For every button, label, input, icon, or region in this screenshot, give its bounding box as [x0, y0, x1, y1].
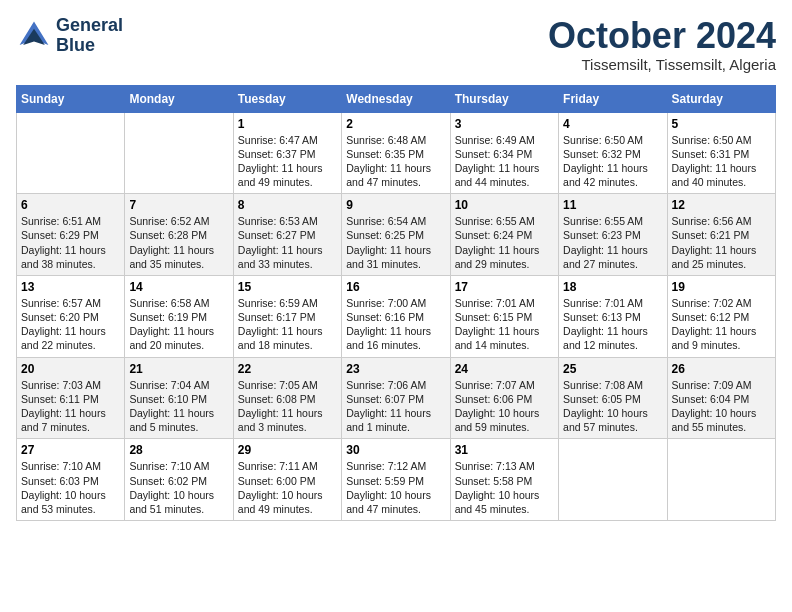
calendar-cell: 26Sunrise: 7:09 AM Sunset: 6:04 PM Dayli…: [667, 357, 775, 439]
day-info: Sunrise: 7:10 AM Sunset: 6:03 PM Dayligh…: [21, 459, 120, 516]
day-number: 18: [563, 280, 662, 294]
day-info: Sunrise: 6:59 AM Sunset: 6:17 PM Dayligh…: [238, 296, 337, 353]
day-info: Sunrise: 7:12 AM Sunset: 5:59 PM Dayligh…: [346, 459, 445, 516]
weekday-header: Wednesday: [342, 85, 450, 112]
day-number: 22: [238, 362, 337, 376]
calendar-week-row: 20Sunrise: 7:03 AM Sunset: 6:11 PM Dayli…: [17, 357, 776, 439]
calendar-cell: 28Sunrise: 7:10 AM Sunset: 6:02 PM Dayli…: [125, 439, 233, 521]
day-info: Sunrise: 6:56 AM Sunset: 6:21 PM Dayligh…: [672, 214, 771, 271]
day-number: 6: [21, 198, 120, 212]
calendar-cell: 19Sunrise: 7:02 AM Sunset: 6:12 PM Dayli…: [667, 275, 775, 357]
day-info: Sunrise: 7:07 AM Sunset: 6:06 PM Dayligh…: [455, 378, 554, 435]
day-info: Sunrise: 7:00 AM Sunset: 6:16 PM Dayligh…: [346, 296, 445, 353]
day-info: Sunrise: 7:11 AM Sunset: 6:00 PM Dayligh…: [238, 459, 337, 516]
day-number: 5: [672, 117, 771, 131]
calendar-cell: 22Sunrise: 7:05 AM Sunset: 6:08 PM Dayli…: [233, 357, 341, 439]
day-info: Sunrise: 7:05 AM Sunset: 6:08 PM Dayligh…: [238, 378, 337, 435]
day-info: Sunrise: 7:10 AM Sunset: 6:02 PM Dayligh…: [129, 459, 228, 516]
calendar-cell: 6Sunrise: 6:51 AM Sunset: 6:29 PM Daylig…: [17, 194, 125, 276]
day-number: 7: [129, 198, 228, 212]
day-info: Sunrise: 6:55 AM Sunset: 6:24 PM Dayligh…: [455, 214, 554, 271]
day-number: 17: [455, 280, 554, 294]
month-title: October 2024: [548, 16, 776, 56]
day-number: 4: [563, 117, 662, 131]
calendar-cell: 13Sunrise: 6:57 AM Sunset: 6:20 PM Dayli…: [17, 275, 125, 357]
day-info: Sunrise: 6:55 AM Sunset: 6:23 PM Dayligh…: [563, 214, 662, 271]
calendar-cell: 5Sunrise: 6:50 AM Sunset: 6:31 PM Daylig…: [667, 112, 775, 194]
day-info: Sunrise: 7:04 AM Sunset: 6:10 PM Dayligh…: [129, 378, 228, 435]
calendar-cell: 25Sunrise: 7:08 AM Sunset: 6:05 PM Dayli…: [559, 357, 667, 439]
day-info: Sunrise: 6:51 AM Sunset: 6:29 PM Dayligh…: [21, 214, 120, 271]
calendar-body: 1Sunrise: 6:47 AM Sunset: 6:37 PM Daylig…: [17, 112, 776, 520]
calendar-cell: 17Sunrise: 7:01 AM Sunset: 6:15 PM Dayli…: [450, 275, 558, 357]
location: Tissemsilt, Tissemsilt, Algeria: [548, 56, 776, 73]
day-number: 8: [238, 198, 337, 212]
logo: General Blue: [16, 16, 123, 56]
day-info: Sunrise: 6:50 AM Sunset: 6:32 PM Dayligh…: [563, 133, 662, 190]
calendar-week-row: 1Sunrise: 6:47 AM Sunset: 6:37 PM Daylig…: [17, 112, 776, 194]
calendar-cell: 7Sunrise: 6:52 AM Sunset: 6:28 PM Daylig…: [125, 194, 233, 276]
calendar-cell: 21Sunrise: 7:04 AM Sunset: 6:10 PM Dayli…: [125, 357, 233, 439]
day-number: 2: [346, 117, 445, 131]
weekday-header: Sunday: [17, 85, 125, 112]
calendar-cell: 30Sunrise: 7:12 AM Sunset: 5:59 PM Dayli…: [342, 439, 450, 521]
day-number: 13: [21, 280, 120, 294]
day-info: Sunrise: 6:50 AM Sunset: 6:31 PM Dayligh…: [672, 133, 771, 190]
calendar-cell: 20Sunrise: 7:03 AM Sunset: 6:11 PM Dayli…: [17, 357, 125, 439]
day-number: 28: [129, 443, 228, 457]
day-number: 27: [21, 443, 120, 457]
day-info: Sunrise: 7:03 AM Sunset: 6:11 PM Dayligh…: [21, 378, 120, 435]
day-number: 21: [129, 362, 228, 376]
weekday-header: Saturday: [667, 85, 775, 112]
day-info: Sunrise: 7:01 AM Sunset: 6:13 PM Dayligh…: [563, 296, 662, 353]
weekday-header: Tuesday: [233, 85, 341, 112]
day-info: Sunrise: 7:06 AM Sunset: 6:07 PM Dayligh…: [346, 378, 445, 435]
logo-text: General Blue: [56, 16, 123, 56]
day-info: Sunrise: 6:58 AM Sunset: 6:19 PM Dayligh…: [129, 296, 228, 353]
day-info: Sunrise: 6:54 AM Sunset: 6:25 PM Dayligh…: [346, 214, 445, 271]
day-number: 12: [672, 198, 771, 212]
day-number: 30: [346, 443, 445, 457]
day-number: 25: [563, 362, 662, 376]
calendar-cell: 11Sunrise: 6:55 AM Sunset: 6:23 PM Dayli…: [559, 194, 667, 276]
calendar-cell: 10Sunrise: 6:55 AM Sunset: 6:24 PM Dayli…: [450, 194, 558, 276]
calendar-cell: 18Sunrise: 7:01 AM Sunset: 6:13 PM Dayli…: [559, 275, 667, 357]
page-header: General Blue October 2024 Tissemsilt, Ti…: [16, 16, 776, 73]
calendar-cell: 16Sunrise: 7:00 AM Sunset: 6:16 PM Dayli…: [342, 275, 450, 357]
calendar-header: SundayMondayTuesdayWednesdayThursdayFrid…: [17, 85, 776, 112]
calendar-cell: 3Sunrise: 6:49 AM Sunset: 6:34 PM Daylig…: [450, 112, 558, 194]
day-info: Sunrise: 6:47 AM Sunset: 6:37 PM Dayligh…: [238, 133, 337, 190]
calendar-cell: 12Sunrise: 6:56 AM Sunset: 6:21 PM Dayli…: [667, 194, 775, 276]
calendar-cell: [667, 439, 775, 521]
calendar-cell: 9Sunrise: 6:54 AM Sunset: 6:25 PM Daylig…: [342, 194, 450, 276]
day-info: Sunrise: 7:13 AM Sunset: 5:58 PM Dayligh…: [455, 459, 554, 516]
calendar-week-row: 27Sunrise: 7:10 AM Sunset: 6:03 PM Dayli…: [17, 439, 776, 521]
day-number: 3: [455, 117, 554, 131]
calendar-cell: 8Sunrise: 6:53 AM Sunset: 6:27 PM Daylig…: [233, 194, 341, 276]
calendar-cell: 27Sunrise: 7:10 AM Sunset: 6:03 PM Dayli…: [17, 439, 125, 521]
title-section: October 2024 Tissemsilt, Tissemsilt, Alg…: [548, 16, 776, 73]
weekday-row: SundayMondayTuesdayWednesdayThursdayFrid…: [17, 85, 776, 112]
calendar-cell: 2Sunrise: 6:48 AM Sunset: 6:35 PM Daylig…: [342, 112, 450, 194]
day-number: 1: [238, 117, 337, 131]
calendar-cell: 24Sunrise: 7:07 AM Sunset: 6:06 PM Dayli…: [450, 357, 558, 439]
calendar-cell: 29Sunrise: 7:11 AM Sunset: 6:00 PM Dayli…: [233, 439, 341, 521]
weekday-header: Monday: [125, 85, 233, 112]
weekday-header: Friday: [559, 85, 667, 112]
logo-line2: Blue: [56, 36, 123, 56]
day-info: Sunrise: 7:08 AM Sunset: 6:05 PM Dayligh…: [563, 378, 662, 435]
calendar-cell: 31Sunrise: 7:13 AM Sunset: 5:58 PM Dayli…: [450, 439, 558, 521]
calendar-cell: [17, 112, 125, 194]
calendar-cell: 4Sunrise: 6:50 AM Sunset: 6:32 PM Daylig…: [559, 112, 667, 194]
day-info: Sunrise: 7:02 AM Sunset: 6:12 PM Dayligh…: [672, 296, 771, 353]
logo-icon: [16, 18, 52, 54]
day-number: 9: [346, 198, 445, 212]
calendar-cell: 15Sunrise: 6:59 AM Sunset: 6:17 PM Dayli…: [233, 275, 341, 357]
day-number: 15: [238, 280, 337, 294]
day-number: 11: [563, 198, 662, 212]
day-number: 24: [455, 362, 554, 376]
day-number: 10: [455, 198, 554, 212]
day-number: 14: [129, 280, 228, 294]
day-info: Sunrise: 6:53 AM Sunset: 6:27 PM Dayligh…: [238, 214, 337, 271]
calendar-cell: [125, 112, 233, 194]
